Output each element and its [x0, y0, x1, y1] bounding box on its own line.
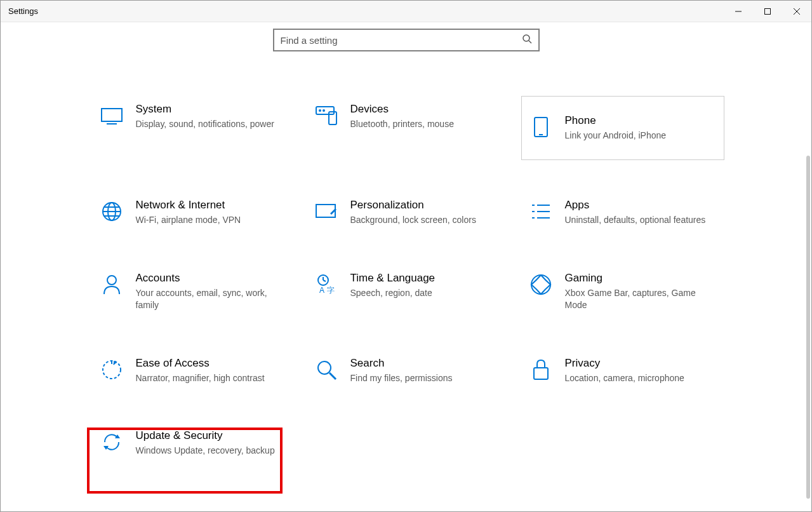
- svg-point-32: [531, 275, 550, 294]
- lock-icon: [528, 357, 554, 382]
- accounts-icon: [99, 272, 124, 297]
- category-title: System: [136, 103, 288, 116]
- category-title: Network & Internet: [136, 199, 288, 212]
- svg-rect-1: [765, 8, 771, 14]
- svg-point-10: [319, 110, 321, 111]
- time-language-icon: A字: [314, 272, 339, 297]
- category-desc: Windows Update, recovery, backup: [136, 445, 288, 457]
- category-search[interactable]: Search Find my files, permissions: [307, 350, 510, 391]
- svg-line-5: [529, 41, 531, 43]
- svg-rect-12: [535, 118, 547, 137]
- gaming-icon: [528, 272, 554, 297]
- category-title: Gaming: [565, 272, 717, 285]
- category-desc: Uninstall, defaults, optional features: [565, 214, 717, 226]
- category-title: Personalization: [350, 199, 503, 212]
- category-time-language[interactable]: A字 Time & Language Speech, region, date: [307, 265, 510, 318]
- svg-text:A: A: [319, 286, 324, 295]
- category-desc: Speech, region, date: [350, 287, 503, 299]
- category-title: Update & Security: [136, 429, 288, 442]
- category-accounts[interactable]: Accounts Your accounts, email, sync, wor…: [92, 265, 295, 318]
- maximize-icon: [764, 8, 771, 15]
- category-desc: Your accounts, email, sync, work, family: [136, 287, 288, 311]
- window-title: Settings: [8, 6, 38, 16]
- ease-of-access-icon: [99, 357, 124, 382]
- minimize-button[interactable]: [724, 1, 753, 22]
- globe-icon: [99, 199, 124, 224]
- category-system[interactable]: System Display, sound, notifications, po…: [92, 96, 295, 160]
- devices-icon: [314, 103, 339, 128]
- search-box[interactable]: [273, 29, 540, 51]
- search-icon: [522, 34, 532, 46]
- category-gaming[interactable]: Gaming Xbox Game Bar, captures, Game Mod…: [521, 265, 724, 318]
- svg-point-11: [323, 110, 324, 111]
- svg-line-36: [329, 373, 336, 379]
- apps-icon: [528, 199, 554, 224]
- maximize-button[interactable]: [753, 1, 782, 22]
- category-desc: Location, camera, microphone: [565, 372, 717, 384]
- svg-point-26: [107, 276, 116, 285]
- category-desc: Wi-Fi, airplane mode, VPN: [136, 214, 288, 226]
- category-title: Search: [350, 357, 503, 370]
- category-desc: Background, lock screen, colors: [350, 214, 503, 226]
- category-title: Apps: [565, 199, 717, 212]
- category-desc: Narrator, magnifier, high contrast: [136, 372, 288, 384]
- category-grid: System Display, sound, notifications, po…: [92, 96, 721, 464]
- category-desc: Find my files, permissions: [350, 372, 503, 384]
- category-ease-of-access[interactable]: Ease of Access Narrator, magnifier, high…: [92, 350, 295, 391]
- category-phone[interactable]: Phone Link your Android, iPhone: [521, 96, 724, 160]
- category-apps[interactable]: Apps Uninstall, defaults, optional featu…: [521, 192, 724, 233]
- svg-point-4: [523, 35, 529, 41]
- settings-window: Settings: [0, 0, 812, 512]
- category-title: Devices: [350, 103, 503, 116]
- category-desc: Xbox Game Bar, captures, Game Mode: [565, 287, 717, 311]
- svg-rect-37: [534, 368, 548, 379]
- category-desc: Bluetooth, printers, mouse: [350, 118, 503, 130]
- update-icon: [99, 429, 124, 455]
- category-title: Privacy: [565, 357, 717, 370]
- svg-line-29: [323, 280, 326, 281]
- category-desc: Display, sound, notifications, power: [136, 118, 288, 130]
- search-input[interactable]: [281, 35, 522, 46]
- category-devices[interactable]: Devices Bluetooth, printers, mouse: [307, 96, 510, 160]
- category-update-security[interactable]: Update & Security Windows Update, recove…: [92, 422, 295, 464]
- search-wrap: [1, 22, 811, 51]
- svg-rect-19: [316, 205, 335, 217]
- category-title: Accounts: [136, 272, 288, 285]
- category-title: Phone: [565, 114, 717, 127]
- close-button[interactable]: [782, 1, 811, 22]
- category-personalization[interactable]: Personalization Background, lock screen,…: [307, 192, 510, 233]
- svg-text:字: 字: [327, 286, 335, 295]
- category-privacy[interactable]: Privacy Location, camera, microphone: [521, 350, 724, 391]
- content-area: System Display, sound, notifications, po…: [1, 22, 811, 511]
- category-title: Time & Language: [350, 272, 503, 285]
- phone-icon: [528, 114, 554, 140]
- system-icon: [99, 103, 124, 128]
- titlebar: Settings: [1, 1, 811, 22]
- svg-rect-6: [102, 109, 122, 121]
- search-category-icon: [314, 357, 339, 382]
- close-icon: [793, 8, 801, 15]
- vertical-scrollbar[interactable]: [806, 156, 810, 499]
- minimize-icon: [735, 8, 742, 15]
- category-title: Ease of Access: [136, 357, 288, 370]
- personalization-icon: [314, 199, 339, 224]
- window-buttons: [724, 1, 811, 22]
- svg-point-35: [318, 361, 331, 374]
- category-desc: Link your Android, iPhone: [565, 130, 717, 142]
- category-network[interactable]: Network & Internet Wi-Fi, airplane mode,…: [92, 192, 295, 233]
